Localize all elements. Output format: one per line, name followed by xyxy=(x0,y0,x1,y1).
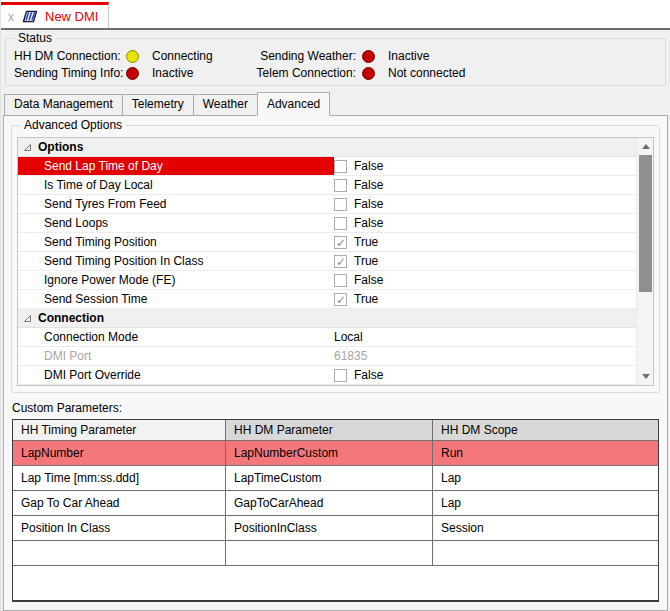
category-row-options[interactable]: Options xyxy=(18,138,636,157)
property-row-send-loops[interactable]: Send Loops False xyxy=(18,214,636,233)
property-name[interactable]: Send Timing Position xyxy=(18,233,334,251)
table-row[interactable]: LapNumber LapNumberCustom Run xyxy=(13,441,658,466)
table-cell[interactable]: Lap Time [mm:ss.ddd] xyxy=(13,466,226,491)
document-tab-new-dmi[interactable]: x New DMI xyxy=(1,2,109,28)
tab-advanced-page: Advanced Options Options Send Lap Time o… xyxy=(3,115,668,611)
vertical-scrollbar[interactable] xyxy=(636,138,653,385)
checkbox-label: True xyxy=(354,235,378,249)
property-row-dmi-port: DMI Port 61835 xyxy=(18,347,636,366)
status-groupbox-title: Status xyxy=(14,31,56,45)
checkbox-label: False xyxy=(354,197,383,211)
table-cell[interactable] xyxy=(433,541,658,566)
column-header-hh-dm-scope[interactable]: HH DM Scope xyxy=(433,420,658,441)
property-row-send-timing-position[interactable]: Send Timing Position True xyxy=(18,233,636,252)
property-name[interactable]: Send Session Time xyxy=(18,290,334,308)
property-value: False xyxy=(334,216,636,230)
table-cell[interactable]: Session xyxy=(433,516,658,541)
checkbox-label: False xyxy=(354,216,383,230)
status-label-sending-timing-info: Sending Timing Info: xyxy=(14,66,126,80)
table-cell[interactable]: LapNumberCustom xyxy=(226,441,433,466)
property-value[interactable]: Local xyxy=(334,330,636,344)
property-name[interactable]: Send Lap Time of Day xyxy=(18,157,334,175)
checkbox[interactable] xyxy=(334,160,347,173)
table-cell[interactable]: Lap xyxy=(433,491,658,516)
property-value: 61835 xyxy=(334,349,636,363)
checkbox[interactable] xyxy=(334,198,347,211)
scrollbar-down-icon[interactable] xyxy=(637,369,654,384)
status-state-sending-weather: Inactive xyxy=(388,49,659,63)
property-grid: Options Send Lap Time of Day False Is Ti… xyxy=(17,137,654,386)
checkbox-label: True xyxy=(354,254,378,268)
status-led-sending-timing-info xyxy=(126,67,139,80)
tab-advanced[interactable]: Advanced xyxy=(257,92,330,116)
status-groupbox: Status HH DM Connection: Connecting Send… xyxy=(5,38,666,86)
property-row-send-tyres-from-feed[interactable]: Send Tyres From Feed False xyxy=(18,195,636,214)
status-led-sending-weather xyxy=(362,50,375,63)
property-row-send-session-time[interactable]: Send Session Time True xyxy=(18,290,636,309)
column-header-hh-dm-parameter[interactable]: HH DM Parameter xyxy=(226,420,433,441)
property-name[interactable]: Send Timing Position In Class xyxy=(18,252,334,270)
table-cell[interactable]: LapNumber xyxy=(13,441,226,466)
table-row[interactable]: Position In Class PositionInClass Sessio… xyxy=(13,516,658,541)
property-row-is-time-of-day-local[interactable]: Is Time of Day Local False xyxy=(18,176,636,195)
property-row-send-timing-position-in-class[interactable]: Send Timing Position In Class True xyxy=(18,252,636,271)
checkbox[interactable] xyxy=(334,274,347,287)
property-name[interactable]: Ignore Power Mode (FE) xyxy=(18,271,334,289)
property-grid-rows: Options Send Lap Time of Day False Is Ti… xyxy=(18,138,636,385)
property-value: True xyxy=(334,235,636,249)
dmi-document-icon xyxy=(20,9,39,24)
category-label: Connection xyxy=(38,309,104,327)
property-name[interactable]: DMI Port Override xyxy=(18,366,334,384)
collapse-expander-icon[interactable] xyxy=(23,143,32,152)
checkbox[interactable] xyxy=(334,179,347,192)
table-cell[interactable]: PositionInClass xyxy=(226,516,433,541)
property-row-ignore-power-mode[interactable]: Ignore Power Mode (FE) False xyxy=(18,271,636,290)
status-state-telem-connection: Not connected xyxy=(388,66,659,80)
table-row[interactable]: Lap Time [mm:ss.ddd] LapTimeCustom Lap xyxy=(13,466,658,491)
tab-weather[interactable]: Weather xyxy=(193,94,258,115)
checkbox-checked[interactable] xyxy=(334,236,347,249)
property-name[interactable]: Connection Mode xyxy=(18,328,334,346)
table-cell[interactable]: Lap xyxy=(433,466,658,491)
status-label-sending-weather: Sending Weather: xyxy=(254,49,362,63)
table-cell[interactable] xyxy=(226,541,433,566)
property-value: True xyxy=(334,292,636,306)
scrollbar-up-icon[interactable] xyxy=(637,139,654,154)
checkbox-checked[interactable] xyxy=(334,293,347,306)
checkbox-label: False xyxy=(354,159,383,173)
checkbox-label: True xyxy=(354,292,378,306)
table-cell[interactable]: GapToCarAhead xyxy=(226,491,433,516)
table-cell[interactable]: Gap To Car Ahead xyxy=(13,491,226,516)
property-row-dmi-port-override[interactable]: DMI Port Override False xyxy=(18,366,636,385)
document-tab-title: New DMI xyxy=(45,9,98,24)
property-name[interactable]: Is Time of Day Local xyxy=(18,176,334,194)
checkbox-label: False xyxy=(354,178,383,192)
close-icon[interactable]: x xyxy=(8,11,14,23)
tab-data-management[interactable]: Data Management xyxy=(4,94,123,115)
status-grid: HH DM Connection: Connecting Sending Wea… xyxy=(14,49,659,80)
property-value: False xyxy=(334,273,636,287)
scrollbar-thumb[interactable] xyxy=(639,155,652,292)
tab-telemetry[interactable]: Telemetry xyxy=(122,94,194,115)
table-row-empty[interactable] xyxy=(13,541,658,566)
column-header-hh-timing-parameter[interactable]: HH Timing Parameter xyxy=(13,420,226,441)
property-name[interactable]: Send Loops xyxy=(18,214,334,232)
table-header-row: HH Timing Parameter HH DM Parameter HH D… xyxy=(13,420,658,441)
table-cell[interactable] xyxy=(13,541,226,566)
property-row-send-lap-time-of-day[interactable]: Send Lap Time of Day False xyxy=(18,157,636,176)
settings-tabstrip: Data Management Telemetry Weather Advanc… xyxy=(3,91,668,115)
property-value: False xyxy=(334,197,636,211)
property-value: False xyxy=(334,178,636,192)
checkbox-checked[interactable] xyxy=(334,255,347,268)
property-row-connection-mode[interactable]: Connection Mode Local xyxy=(18,328,636,347)
checkbox[interactable] xyxy=(334,369,347,382)
checkbox[interactable] xyxy=(334,217,347,230)
table-row[interactable]: Gap To Car Ahead GapToCarAhead Lap xyxy=(13,491,658,516)
table-cell[interactable]: LapTimeCustom xyxy=(226,466,433,491)
table-cell[interactable]: Run xyxy=(433,441,658,466)
category-row-connection[interactable]: Connection xyxy=(18,309,636,328)
table-cell[interactable]: Position In Class xyxy=(13,516,226,541)
property-name[interactable]: Send Tyres From Feed xyxy=(18,195,334,213)
collapse-expander-icon[interactable] xyxy=(23,314,32,323)
checkbox-label: False xyxy=(354,368,383,382)
